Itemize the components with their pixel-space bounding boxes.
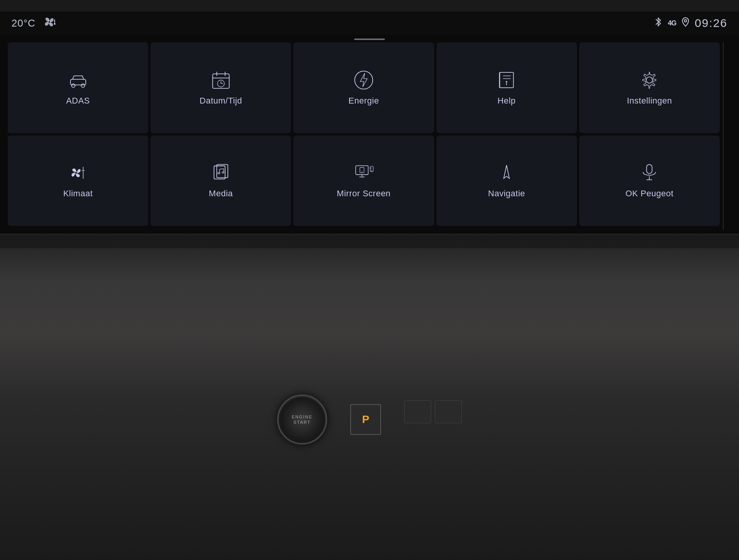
control-buttons-group bbox=[404, 400, 462, 423]
status-left: 20°C bbox=[12, 16, 55, 30]
status-right: 4G 09:26 bbox=[654, 17, 727, 30]
svg-point-6 bbox=[81, 84, 85, 87]
tile-ok-peugeot-label: OK Peugeot bbox=[625, 189, 674, 199]
menu-grid: ADAS Datum/Tijd bbox=[4, 37, 724, 230]
tile-adas[interactable]: ADAS bbox=[8, 42, 148, 133]
status-bar: 20°C bbox=[0, 12, 739, 35]
svg-point-22 bbox=[646, 77, 652, 83]
tile-navigatie[interactable]: Navigatie bbox=[436, 135, 577, 226]
tile-help[interactable]: Help bbox=[436, 42, 577, 133]
control-button-2[interactable] bbox=[435, 400, 462, 423]
control-button-1[interactable] bbox=[404, 400, 431, 423]
svg-point-32 bbox=[222, 172, 224, 174]
klimaat-icon bbox=[68, 162, 89, 183]
svg-point-23 bbox=[75, 172, 77, 174]
svg-point-31 bbox=[218, 172, 220, 174]
svg-rect-33 bbox=[356, 166, 368, 175]
bluetooth-icon bbox=[654, 17, 662, 30]
svg-line-28 bbox=[219, 169, 224, 169]
tile-klimaat[interactable]: Klimaat bbox=[8, 135, 148, 226]
book-icon bbox=[496, 70, 517, 90]
settings-icon bbox=[639, 70, 660, 90]
tile-media-label: Media bbox=[209, 189, 233, 199]
dashboard-surface bbox=[0, 248, 739, 333]
tile-mirror-screen[interactable]: Mirror Screen bbox=[293, 135, 434, 226]
gear-selector: P bbox=[350, 404, 381, 435]
media-icon bbox=[211, 162, 231, 183]
tile-instellingen[interactable]: Instellingen bbox=[579, 42, 720, 133]
svg-rect-16 bbox=[500, 72, 513, 88]
svg-point-20 bbox=[506, 81, 507, 82]
mirror-screen-icon bbox=[353, 162, 374, 183]
tile-klimaat-label: Klimaat bbox=[63, 189, 93, 199]
dashboard: ENGINESTART P bbox=[0, 237, 739, 560]
svg-rect-27 bbox=[217, 165, 228, 178]
fan-icon bbox=[43, 16, 55, 30]
signal-4g-icon: 4G bbox=[668, 19, 676, 27]
car-icon bbox=[68, 70, 89, 90]
location-icon bbox=[682, 17, 689, 29]
svg-rect-42 bbox=[647, 165, 652, 174]
svg-point-2 bbox=[54, 23, 55, 25]
tile-help-label: Help bbox=[498, 96, 516, 106]
temperature-display: 20°C bbox=[12, 17, 35, 29]
svg-point-14 bbox=[355, 71, 373, 89]
calendar-clock-icon bbox=[211, 70, 231, 90]
svg-point-5 bbox=[71, 84, 75, 87]
scroll-indicator bbox=[354, 38, 385, 40]
engine-start-button[interactable]: ENGINESTART bbox=[277, 395, 327, 445]
tile-energie-label: Energie bbox=[348, 96, 379, 106]
tile-instellingen-label: Instellingen bbox=[627, 96, 672, 106]
navigation-icon bbox=[496, 162, 517, 183]
tile-energie[interactable]: Energie bbox=[293, 42, 434, 133]
mic-icon bbox=[639, 162, 660, 183]
tile-datum-tijd[interactable]: Datum/Tijd bbox=[150, 42, 291, 133]
tile-mirror-screen-label: Mirror Screen bbox=[337, 189, 391, 199]
engine-start-label: ENGINESTART bbox=[292, 414, 313, 425]
time-display: 09:26 bbox=[695, 17, 727, 30]
tile-adas-label: ADAS bbox=[66, 96, 90, 106]
tile-ok-peugeot[interactable]: OK Peugeot bbox=[579, 135, 720, 226]
svg-point-3 bbox=[684, 20, 687, 22]
tile-datum-tijd-label: Datum/Tijd bbox=[200, 96, 242, 106]
infotainment-screen: 20°C bbox=[0, 12, 739, 235]
right-divider bbox=[723, 42, 724, 230]
svg-marker-41 bbox=[504, 165, 509, 178]
bottom-controls: ENGINESTART P bbox=[0, 348, 739, 560]
svg-marker-15 bbox=[360, 73, 367, 87]
tile-media[interactable]: Media bbox=[150, 135, 291, 226]
energy-icon bbox=[353, 70, 374, 90]
tile-navigatie-label: Navigatie bbox=[488, 189, 525, 199]
